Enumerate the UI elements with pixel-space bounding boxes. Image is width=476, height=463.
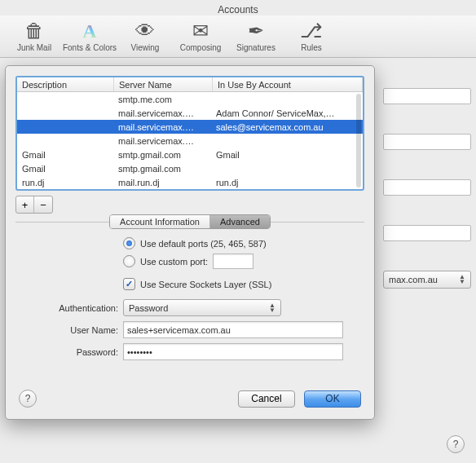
cell [211,161,363,175]
cell: run.dj [211,175,363,189]
checkbox-icon: ✓ [123,278,135,290]
radio-label: Use custom port: [140,257,208,267]
window-title: Accounts [0,0,476,15]
cell [17,134,113,148]
table-row[interactable]: smtp.me.com [17,92,363,106]
composing-icon: ✉ [187,19,214,43]
cancel-button[interactable]: Cancel [238,390,295,408]
bg-combo-value: max.com.au [389,275,438,284]
add-button[interactable]: + [16,196,34,213]
cell: mail.servicemax.… [113,106,211,120]
cell: smtp.gmail.com [113,161,211,175]
cell: Gmail [211,148,363,161]
cell: mail.servicemax.… [113,120,211,134]
background-panel: max.com.au ▲▼ [383,65,471,289]
cell: smtp.gmail.com [113,148,211,161]
col-description[interactable]: Description [17,77,114,91]
bg-field[interactable] [383,134,471,150]
scrollbar[interactable] [356,94,361,187]
cell: mail.servicemax.… [113,134,211,148]
table-row[interactable]: Gmailsmtp.gmail.com [17,161,363,175]
tab-advanced[interactable]: Advanced [210,215,270,228]
cell: Gmail [17,161,113,175]
toolbar-rules[interactable]: ⎇ Rules [284,19,339,52]
toolbar-label: Composing [180,43,222,52]
cell [17,120,113,134]
username-input[interactable]: sales+servicemax.com.au [123,321,343,338]
toolbar-label: Junk Mail [17,43,51,52]
radio-custom-port[interactable]: Use custom port: [123,254,358,269]
col-server[interactable]: Server Name [114,77,213,91]
cell [17,106,113,120]
cell [211,134,363,148]
password-label: Password: [22,347,123,357]
smtp-server-sheet: Description Server Name In Use By Accoun… [5,65,375,420]
col-inuse[interactable]: In Use By Account [213,77,363,91]
bg-account-combo[interactable]: max.com.au ▲▼ [383,271,471,289]
junk-mail-icon: 🗑 [21,19,47,43]
cell: Adam Connor/ ServiceMax,… [211,106,363,120]
toolbar-label: Rules [301,43,322,52]
table-row[interactable]: run.djmail.run.djrun.dj [17,175,363,189]
signatures-icon: ✒ [243,19,269,43]
table-header: Description Server Name In Use By Accoun… [17,77,363,92]
cell: mail.run.dj [113,175,211,189]
auth-label: Authentication: [22,303,123,313]
table-row[interactable]: Gmailsmtp.gmail.comGmail [17,148,363,161]
username-label: User Name: [22,325,123,335]
radio-icon [123,255,135,267]
tab-account-information[interactable]: Account Information [110,215,210,228]
auth-popup[interactable]: Password ▲▼ [123,299,281,316]
cell [211,92,363,106]
toolbar-label: Viewing [131,43,160,52]
bg-field[interactable] [383,179,471,196]
cell: run.dj [17,175,113,189]
toolbar-signatures[interactable]: ✒ Signatures [228,19,284,52]
toolbar-junk-mail[interactable]: 🗑 Junk Mail [7,19,62,52]
toolbar-composing[interactable]: ✉ Composing [173,19,228,52]
checkbox-ssl[interactable]: ✓ Use Secure Sockets Layer (SSL) [123,278,358,290]
fonts-colors-icon: A [77,19,103,43]
help-button[interactable]: ? [447,435,465,453]
bg-field[interactable] [383,88,471,104]
cell: Gmail [17,148,113,161]
bg-field[interactable] [383,225,471,241]
checkbox-label: Use Secure Sockets Layer (SSL) [140,280,271,289]
table-row[interactable]: mail.servicemax.… [17,134,363,148]
radio-icon [123,237,135,249]
help-button[interactable]: ? [19,390,37,408]
ok-button[interactable]: OK [304,390,361,408]
remove-button[interactable]: − [34,196,52,213]
radio-default-ports[interactable]: Use default ports (25, 465, 587) [123,237,358,249]
cell: smtp.me.com [113,92,211,106]
updown-icon: ▲▼ [269,303,275,313]
updown-icon: ▲▼ [459,275,465,284]
toolbar-viewing[interactable]: 👁 Viewing [117,19,173,52]
toolbar: 🗑 Junk Mail A Fonts & Colors 👁 Viewing ✉… [0,15,476,58]
toolbar-label: Fonts & Colors [63,43,117,52]
server-table: Description Server Name In Use By Accoun… [15,76,364,191]
advanced-form: Use default ports (25, 465, 587) Use cus… [6,229,374,360]
auth-value: Password [129,303,168,313]
table-row[interactable]: mail.servicemax.…Adam Connor/ ServiceMax… [17,106,363,120]
rules-icon: ⎇ [298,19,324,43]
toolbar-fonts-colors[interactable]: A Fonts & Colors [62,19,117,52]
toolbar-label: Signatures [236,43,275,52]
tab-bar: Account Information Advanced [6,214,374,229]
sheet-footer: ? Cancel OK [6,365,374,411]
radio-label: Use default ports (25, 465, 587) [140,239,267,249]
cell [17,92,113,106]
password-input[interactable]: •••••••• [123,343,343,360]
table-row[interactable]: mail.servicemax.…sales@servicemax.com.au [17,120,363,134]
cell: sales@servicemax.com.au [211,120,363,134]
viewing-icon: 👁 [132,19,158,43]
custom-port-input[interactable] [213,254,253,269]
add-remove-control: + − [15,196,53,214]
